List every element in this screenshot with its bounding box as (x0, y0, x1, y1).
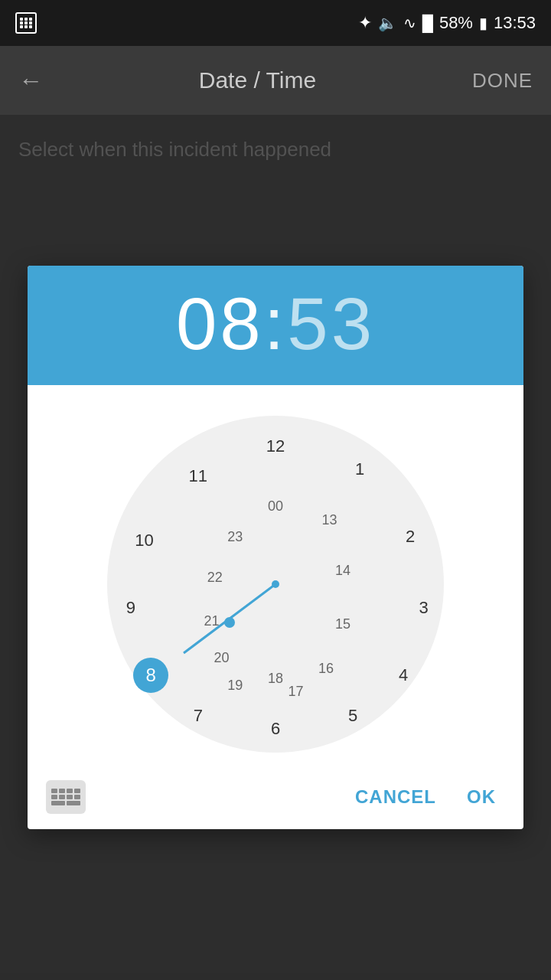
clock-num-7[interactable]: 7 (184, 702, 212, 730)
cancel-button[interactable]: CANCEL (346, 780, 445, 814)
time-display: 08:53 (52, 287, 499, 361)
clock-num-6[interactable]: 6 (262, 715, 289, 743)
clock-num-10[interactable]: 10 (130, 527, 158, 554)
clock-num-16[interactable]: 16 (312, 655, 340, 682)
clock-num-13[interactable]: 13 (315, 506, 343, 534)
clock-num-18[interactable]: 18 (262, 665, 289, 692)
clock-time: 13:53 (494, 13, 536, 33)
time-header: 08:53 (28, 266, 523, 385)
dialog-actions: CANCEL OK (28, 768, 523, 829)
app-bar: ← Date / Time DONE (0, 46, 551, 115)
clock-num-15[interactable]: 15 (329, 611, 357, 639)
back-button[interactable]: ← (18, 67, 43, 95)
status-icons: ✦ 🔈 ∿ █ 58% ▮ 13:53 (358, 13, 536, 33)
clock-num-11[interactable]: 11 (184, 462, 212, 490)
clock-num-14[interactable]: 14 (329, 557, 357, 584)
keyboard-button[interactable] (46, 780, 86, 814)
clock-num-23[interactable]: 23 (221, 523, 249, 550)
clock-num-5[interactable]: 5 (339, 702, 367, 730)
battery-percent: 58% (439, 13, 473, 33)
clock-num-19[interactable]: 19 (221, 671, 249, 699)
clock-num-8[interactable]: 8 (133, 658, 168, 693)
time-colon: : (264, 283, 288, 364)
status-bar: ✦ 🔈 ∿ █ 58% ▮ 13:53 (0, 0, 551, 46)
page-title: Date / Time (58, 67, 457, 93)
time-minute[interactable]: 53 (287, 283, 375, 364)
clock-num-20[interactable]: 20 (208, 645, 236, 672)
clock-num-21[interactable]: 21 (197, 607, 225, 635)
mute-icon: 🔈 (378, 14, 397, 32)
background-content: Select when this incident happened 08:53… (0, 115, 551, 980)
bluetooth-icon: ✦ (358, 13, 372, 33)
clock-num-12[interactable]: 12 (262, 433, 289, 460)
clock-center (272, 580, 279, 588)
calendar-icon (15, 12, 37, 34)
time-picker-dialog: 08:53 12 1 2 3 4 5 (28, 266, 523, 829)
battery-icon: ▮ (479, 14, 487, 32)
svg-point-1 (224, 617, 235, 628)
signal-icon: █ (422, 15, 433, 32)
wifi-icon: ∿ (403, 14, 416, 32)
clock-num-9[interactable]: 9 (117, 594, 145, 622)
clock-face[interactable]: 12 1 2 3 4 5 6 7 8 (107, 416, 444, 753)
clock-num-00[interactable]: 00 (262, 493, 289, 521)
clock-num-2[interactable]: 2 (396, 523, 424, 550)
time-hour[interactable]: 08 (176, 283, 264, 364)
ok-button[interactable]: OK (458, 780, 505, 814)
keyboard-icon (51, 789, 80, 805)
clock-num-22[interactable]: 22 (201, 564, 229, 591)
clock-num-3[interactable]: 3 (410, 594, 438, 622)
clock-body: 12 1 2 3 4 5 6 7 8 (28, 385, 523, 768)
dialog-overlay: 08:53 12 1 2 3 4 5 (0, 115, 551, 980)
clock-num-4[interactable]: 4 (390, 662, 417, 689)
status-bar-left (15, 0, 37, 46)
clock-num-1[interactable]: 1 (346, 456, 373, 483)
done-button[interactable]: DONE (472, 69, 533, 93)
